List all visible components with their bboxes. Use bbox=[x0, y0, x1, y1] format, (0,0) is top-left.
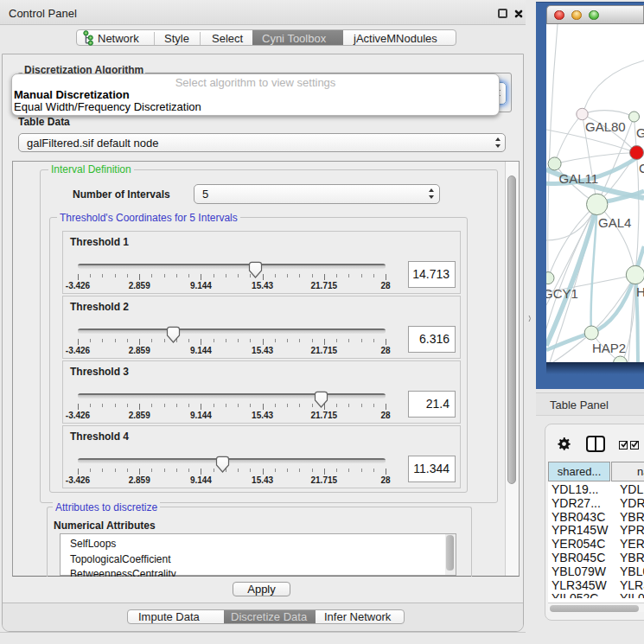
svg-text:GAL4: GAL4 bbox=[598, 215, 631, 230]
svg-text:HAP2: HAP2 bbox=[592, 341, 626, 355]
svg-text:GCY1: GCY1 bbox=[546, 286, 578, 301]
svg-text:C: C bbox=[639, 161, 644, 175]
svg-text:GAL11: GAL11 bbox=[559, 171, 599, 186]
svg-text:HI: HI bbox=[636, 284, 644, 299]
svg-text:GAL80: GAL80 bbox=[585, 119, 626, 134]
svg-text:GA: GA bbox=[636, 125, 644, 140]
